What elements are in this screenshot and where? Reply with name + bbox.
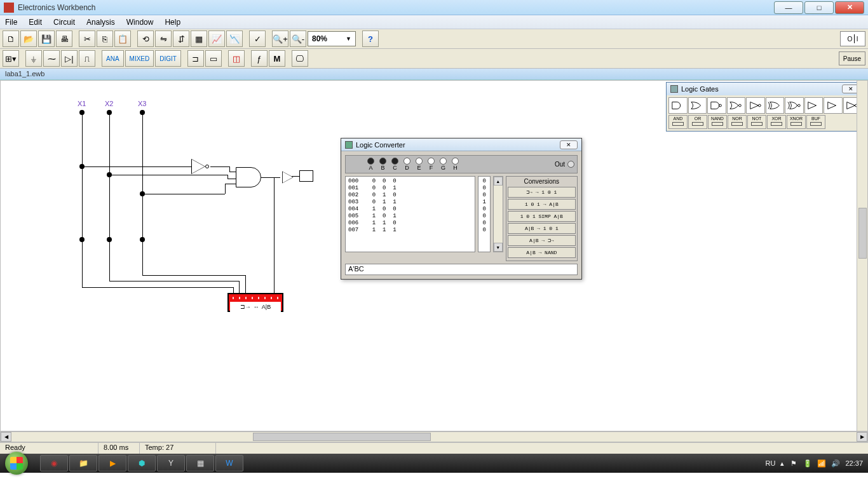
taskbar-app-1[interactable]: ◉ [40,455,68,471]
taskbar-browser[interactable]: Y [157,455,185,471]
zoom-out-button[interactable]: 🔍- [290,30,306,47]
rotate-button[interactable]: ⟲ [137,30,154,47]
gate-ic-and[interactable]: AND [668,115,688,129]
new-button[interactable]: 🗋 [3,30,19,47]
gate-symbol-7[interactable] [804,97,824,114]
menu-circuit[interactable]: Circuit [53,18,75,27]
menu-file[interactable]: File [5,18,17,27]
menu-analysis[interactable]: Analysis [86,18,115,27]
truth-table[interactable]: 000 0 0 0 001 0 0 1 002 0 1 0 003 0 1 1 … [345,176,475,252]
bin-indicator[interactable]: ◫ [228,50,245,67]
bin-instruments[interactable]: 🖵 [292,50,308,67]
graph2-button[interactable]: 📉 [226,30,243,47]
open-button[interactable]: 📂 [20,30,37,47]
truth-output-column[interactable]: 0 0 0 1 0 0 0 0 [478,176,491,252]
conversion-btn-1[interactable]: 1 0 1 → A|B [508,199,576,210]
out-terminal[interactable] [567,161,574,168]
start-button[interactable] [0,454,34,473]
conversion-btn-5[interactable]: A|B → NAND [508,247,576,258]
bin-transistor[interactable]: ⎍ [79,50,95,67]
taskbar-word[interactable]: W [215,455,243,471]
bin-resistor[interactable]: ⁓ [43,50,60,67]
terminal-C[interactable]: C [391,158,398,171]
terminal-E[interactable]: E [416,158,423,171]
copy-button[interactable]: ⎘ [97,30,113,47]
terminal-F[interactable]: F [428,158,435,171]
zoom-combo[interactable]: 80% ▼ [308,31,356,46]
taskbar-app-3[interactable]: ▦ [186,455,214,471]
terminal-D[interactable]: D [403,158,410,171]
bin-mixed[interactable]: MIXED [125,50,154,67]
bin-analog[interactable]: ANA [102,50,124,67]
bin-gates[interactable]: ⊐ [187,50,204,67]
gate-symbol-5[interactable] [766,97,785,114]
power-switch[interactable]: O I [840,31,865,46]
gate-ic-nand[interactable]: NAND [708,115,727,129]
conversion-btn-2[interactable]: 1 0 1 SIMP A|B [508,211,576,222]
canvas-vscroll[interactable] [857,81,867,431]
terminal-B[interactable]: B [379,158,386,171]
pause-button[interactable]: Pause [839,51,865,65]
truth-scrollbar[interactable]: ▲ ▼ [493,176,503,252]
scroll-left[interactable]: ◀ [1,432,11,442]
logic-converter-device[interactable]: ⊐→ ↔ A|B [227,293,283,312]
gate-symbol-8[interactable] [824,97,843,114]
bin-ic[interactable]: ▭ [205,50,222,67]
gate-symbol-1[interactable] [688,97,707,114]
minimize-button[interactable]: — [774,1,803,14]
tray-lang[interactable]: RU [766,459,776,467]
taskbar-app-2[interactable]: ⬢ [128,455,156,471]
conversion-btn-3[interactable]: A|B → 1 0 1 [508,223,576,234]
subcircuit-button[interactable]: ▦ [191,30,207,47]
flip-h-button[interactable]: ⇋ [155,30,172,47]
graph1-button[interactable]: 📈 [208,30,225,47]
zoom-in-button[interactable]: 🔍+ [272,30,288,47]
logic-gates-palette[interactable]: Logic Gates ✕ ANDORNANDNORNOTXORXNORBUF [666,82,864,132]
terminal-H[interactable]: H [452,158,459,171]
gate-ic-nor[interactable]: NOR [728,115,747,129]
conversion-btn-0[interactable]: ⊐→ → 1 0 1 [508,187,576,198]
tray-clock[interactable]: 22:37 [845,459,863,467]
bin-diode[interactable]: ▷| [61,50,78,67]
logic-converter-close[interactable]: ✕ [560,140,578,149]
wifi-icon[interactable]: 📶 [817,459,826,468]
component-button[interactable]: ✓ [249,30,266,47]
buffer-gate[interactable] [282,171,297,183]
chevron-up-icon[interactable]: ▴ [780,459,784,468]
volume-icon[interactable]: 🔊 [831,459,840,468]
output-indicator[interactable] [299,170,313,182]
scroll-up[interactable]: ▲ [494,177,503,186]
gate-ic-xnor[interactable]: XNOR [787,115,806,129]
flip-v-button[interactable]: ⇵ [173,30,189,47]
menu-help[interactable]: Help [165,18,180,27]
menu-window[interactable]: Window [126,18,154,27]
logic-converter-titlebar[interactable]: Logic Converter ✕ [341,139,581,151]
help-button[interactable]: ? [362,30,379,47]
scroll-right[interactable]: ▶ [857,432,867,442]
terminal-G[interactable]: G [440,158,447,171]
flag-icon[interactable]: ⚑ [789,459,798,468]
schematic-canvas[interactable]: X1 X2 X3 [0,80,868,431]
canvas-hscroll[interactable]: ◀ ▶ [0,431,868,442]
conversion-btn-4[interactable]: A|B → ⊐→ [508,235,576,246]
and-gate[interactable] [236,167,261,187]
bin-ground[interactable]: ⏚ [25,50,42,67]
gate-ic-buf[interactable]: BUF [806,115,825,129]
bin-digital[interactable]: DIGIT [155,50,181,67]
expression-field[interactable]: A'BC [345,264,578,275]
gate-ic-xor[interactable]: XOR [767,115,786,129]
gate-symbol-2[interactable] [707,97,726,114]
gate-symbol-6[interactable] [785,97,804,114]
bin-function[interactable]: ƒ [251,50,268,67]
cut-button[interactable]: ✂ [79,30,95,47]
scroll-down[interactable]: ▼ [494,243,503,252]
gate-ic-or[interactable]: OR [688,115,707,129]
gate-ic-not[interactable]: NOT [747,115,766,129]
document-tab[interactable]: laba1_1.ewb [0,69,868,80]
save-button[interactable]: 💾 [38,30,55,47]
gate-symbol-0[interactable] [668,97,688,114]
bin-misc[interactable]: M [269,50,285,67]
system-tray[interactable]: RU ▴ ⚑ 🔋 📶 🔊 22:37 [761,459,868,468]
logic-converter-window[interactable]: Logic Converter ✕ ABCDEFGH Out 000 0 0 0… [341,138,582,280]
menu-edit[interactable]: Edit [29,18,42,27]
